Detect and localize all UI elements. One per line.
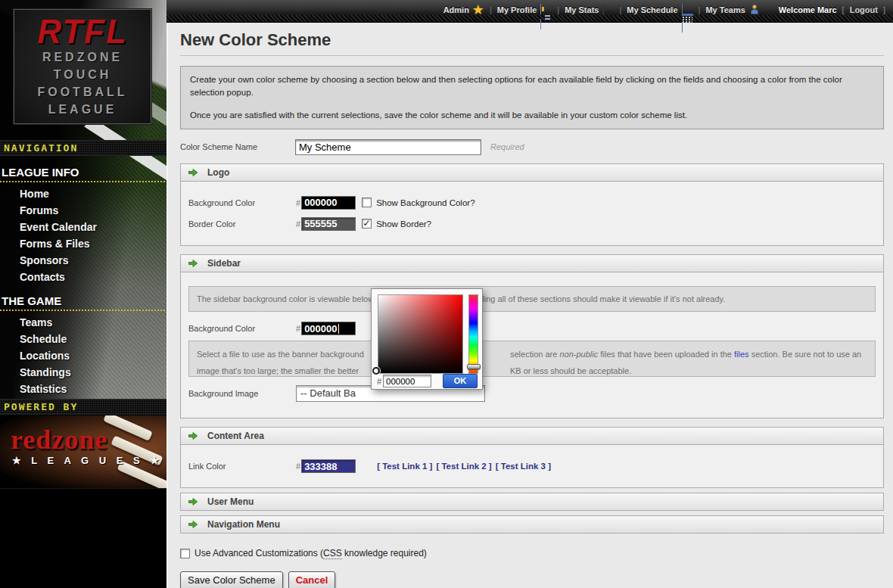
logout-button[interactable]: Logout	[850, 5, 878, 14]
test-link-3[interactable]: [ Test Link 3 ]	[496, 462, 551, 471]
show-border-checkbox[interactable]: ✓	[362, 219, 372, 229]
logo-background-color-input[interactable]: 000000	[301, 196, 356, 210]
sidebar-item-statistics[interactable]: Statistics	[0, 381, 166, 397]
section-logo-title: Logo	[207, 167, 229, 178]
sidebar-item-sponsors[interactable]: Sponsors	[0, 252, 166, 269]
color-selector-handle[interactable]	[372, 367, 380, 375]
sidebar-note: The sidebar background color is viewable…	[188, 286, 876, 313]
css-abbr: CSS	[323, 548, 342, 559]
saturation-value-gradient[interactable]	[378, 294, 463, 374]
sidebar-item-standings[interactable]: Standings	[0, 364, 166, 381]
section-navigation-menu: Navigation Menu	[180, 515, 884, 534]
test-link-2[interactable]: [ Test Link 2 ]	[436, 462, 491, 471]
title-divider	[180, 55, 884, 56]
league-logo-line: FOOTBALL	[37, 83, 127, 101]
show-background-color-checkbox[interactable]	[362, 198, 372, 207]
hue-slider[interactable]	[468, 294, 478, 374]
green-arrow-icon	[188, 258, 198, 269]
topbar-item-admin[interactable]: Admin ★	[443, 5, 484, 15]
sidebar-item-forms-files[interactable]: Forms & Files	[0, 235, 166, 252]
section-content-area: Content Area Link Color # 333388 [ Test …	[180, 427, 884, 488]
sidebar-item-event-calendar[interactable]: Event Calendar	[0, 219, 166, 235]
hex-value: 000000	[304, 323, 337, 334]
color-scheme-name-row: Color Scheme Name Required	[180, 139, 884, 155]
form-buttons: Save Color Scheme Cancel	[180, 571, 884, 588]
topbar-item-label: Admin	[443, 5, 469, 14]
section-user-menu-header[interactable]: User Menu	[180, 493, 884, 511]
sidebar-item-home[interactable]: Home	[0, 185, 166, 202]
use-advanced-customizations-checkbox[interactable]	[180, 549, 190, 558]
topbar-item-label: My Schedule	[627, 5, 677, 14]
logo-border-color-row: Border Color # 555555 ✓ Show Border?	[188, 215, 876, 233]
league-logo-abbr: RTFL	[37, 15, 128, 48]
background-image-row: Background Image -- Default Ba	[188, 384, 876, 403]
person-icon	[749, 5, 760, 15]
logo-background-color-row: Background Color # 000000 Show Backgroun…	[188, 194, 876, 212]
section-navigation-menu-header[interactable]: Navigation Menu	[180, 515, 884, 534]
field-label: Border Color	[188, 219, 296, 229]
topbar-item-label: My Teams	[705, 5, 745, 14]
sidebar-background-color-input[interactable]: 000000	[301, 322, 356, 335]
topbar: Admin ★ | My Profile | My Stats | My Sch…	[166, 0, 893, 23]
field-label: Background Color	[188, 198, 296, 207]
hex-hash: #	[377, 377, 381, 386]
redzone-wordmark: redzone	[11, 426, 107, 453]
picker-ok-button[interactable]: OK	[443, 374, 478, 388]
section-logo-body: Background Color # 000000 Show Backgroun…	[180, 182, 884, 246]
topbar-separator: |	[557, 5, 559, 14]
color-scheme-name-label: Color Scheme Name	[180, 142, 295, 151]
field-label: Background Image	[188, 389, 296, 398]
calculator-icon	[602, 5, 614, 15]
sidebar-item-schedule[interactable]: Schedule	[0, 331, 166, 347]
save-color-scheme-button[interactable]: Save Color Scheme	[180, 571, 283, 588]
section-user-menu: User Menu	[180, 493, 884, 511]
green-arrow-icon	[188, 431, 198, 441]
section-sidebar: Sidebar The sidebar background color is …	[180, 254, 884, 419]
section-content-area-title: Content Area	[207, 431, 264, 441]
required-note: Required	[490, 142, 524, 151]
nav-list-the-game: Teams Schedule Locations Standings Stati…	[0, 314, 166, 397]
checkbox-label: Show Background Color?	[376, 198, 475, 207]
welcome-text: Welcome Marc	[779, 5, 837, 14]
hex-hash: #	[296, 219, 300, 229]
note-fragment: Select a file to use as the banner backg…	[197, 348, 364, 361]
section-content-area-header[interactable]: Content Area	[180, 427, 884, 445]
cancel-button[interactable]: Cancel	[288, 571, 336, 588]
topbar-item-my-teams[interactable]: My Teams	[705, 5, 759, 15]
topbar-item-my-schedule[interactable]: My Schedule	[627, 5, 692, 15]
test-link-1[interactable]: [ Test Link 1 ]	[377, 462, 432, 471]
green-arrow-icon	[188, 167, 198, 178]
page: RTFL REDZONE TOUCH FOOTBALL LEAGUE NAVIG…	[0, 0, 893, 588]
sidebar-item-forums[interactable]: Forums	[0, 202, 166, 219]
picker-hex-input[interactable]	[383, 375, 431, 387]
league-logo[interactable]: RTFL REDZONE TOUCH FOOTBALL LEAGUE	[14, 9, 151, 124]
nav-section-league-info: LEAGUE INFO	[0, 164, 165, 182]
logout-bracket: [	[842, 5, 845, 14]
league-logo-line: LEAGUE	[48, 101, 117, 118]
main-content: New Color Scheme Create your own color s…	[166, 23, 893, 588]
hex-hash: #	[296, 198, 300, 207]
sidebar-item-teams[interactable]: Teams	[0, 314, 166, 331]
checkbox-label: Show Border?	[376, 219, 431, 229]
topbar-separator: |	[699, 5, 701, 14]
section-sidebar-header[interactable]: Sidebar	[180, 254, 884, 272]
league-logo-line: REDZONE	[42, 48, 123, 66]
files-link[interactable]: files	[734, 350, 749, 359]
sidebar-item-contacts[interactable]: Contacts	[0, 269, 166, 285]
section-logo-header[interactable]: Logo	[180, 163, 884, 182]
sidebar-item-locations[interactable]: Locations	[0, 347, 166, 364]
page-title: New Color Scheme	[180, 30, 884, 50]
link-color-input[interactable]: 333388	[301, 459, 356, 473]
link-color-row: Link Color # 333388 [ Test Link 1 ] [ Te…	[188, 457, 876, 475]
topbar-menu: Admin ★ | My Profile | My Stats | My Sch…	[166, 0, 893, 17]
hue-slider-handle[interactable]	[467, 364, 481, 369]
topbar-item-my-stats[interactable]: My Stats	[565, 5, 614, 15]
green-arrow-icon	[188, 496, 198, 507]
topbar-item-my-profile[interactable]: My Profile	[497, 5, 552, 15]
intro-paragraph: Once you are satisfied with the current …	[190, 109, 874, 122]
redzone-leagues-logo[interactable]: redzone ★ L E A G U E S ★	[0, 415, 166, 489]
nav-section-the-game: THE GAME	[0, 293, 165, 311]
advanced-customizations-label: Use Advanced Customizations (CSS knowled…	[194, 548, 427, 558]
logo-border-color-input[interactable]: 555555	[301, 217, 356, 231]
color-scheme-name-input[interactable]	[295, 139, 481, 155]
